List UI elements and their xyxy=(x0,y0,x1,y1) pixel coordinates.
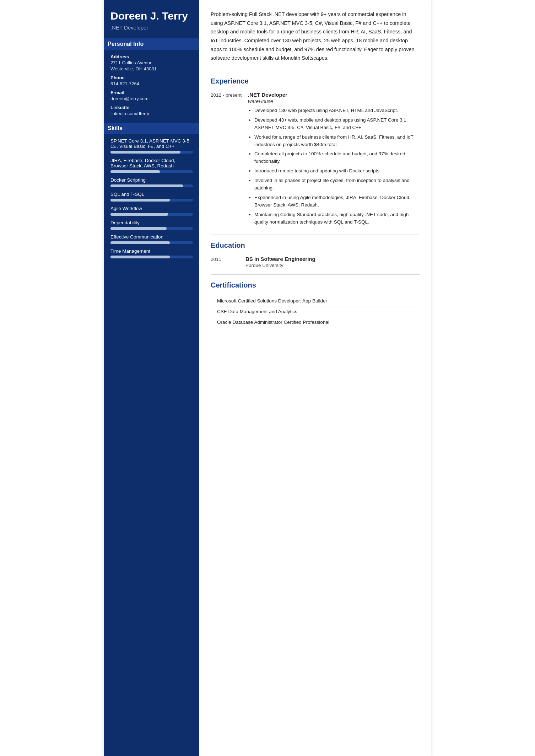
skill-bar-fill xyxy=(110,213,168,216)
exp-date: 2012 - present xyxy=(211,92,242,228)
edu-year: 2011 xyxy=(211,256,239,268)
skill-item: Agile Workflow xyxy=(110,206,193,216)
skill-item: Dependability xyxy=(110,220,193,230)
skill-bar-fill xyxy=(110,256,170,258)
certification-item: Microsoft Certified Solutions Developer:… xyxy=(211,296,420,306)
skill-name: Time Management xyxy=(110,248,193,254)
skill-bar-bg xyxy=(110,213,193,216)
linkedin-label: LinkedIn xyxy=(110,105,193,110)
divider-education xyxy=(211,235,420,235)
skill-name: Agile Workflow xyxy=(110,206,193,211)
certifications-list: Microsoft Certified Solutions Developer:… xyxy=(211,296,420,327)
certifications-header: Certifications xyxy=(211,281,420,291)
skill-item: Docker Scripting xyxy=(110,177,193,187)
education-header: Education xyxy=(211,241,420,251)
exp-job-title: .NET Developer xyxy=(248,92,420,98)
skill-bar-fill xyxy=(110,151,180,154)
exp-bullet: Introduced remote testing and updating w… xyxy=(254,167,420,175)
education-list: 2011BS in Software EngineeringPurdue Uni… xyxy=(211,256,420,268)
skill-bar-bg xyxy=(110,151,193,154)
skill-name: Dependability xyxy=(110,220,193,225)
skill-name: SP.NET Core 3.1, ASP.NET MVC 3-5, C#, Vi… xyxy=(110,138,193,149)
skill-item: SP.NET Core 3.1, ASP.NET MVC 3-5, C#, Vi… xyxy=(110,138,193,154)
skill-bar-fill xyxy=(110,184,183,187)
education-row: 2011BS in Software EngineeringPurdue Uni… xyxy=(211,256,420,268)
candidate-name: Doreen J. Terry xyxy=(110,10,193,22)
edu-school: Purdue University xyxy=(245,263,315,268)
experience-row: 2012 - present.NET DeveloperwareHouseDev… xyxy=(211,92,420,228)
personal-info-header: Personal Info xyxy=(104,38,199,50)
exp-company: wareHouse xyxy=(248,98,420,104)
phone-value: 614-821-7264 xyxy=(110,81,193,86)
exp-bullet: Completed all projects to 100% schedule … xyxy=(254,150,420,165)
skill-item: Effective Communication xyxy=(110,234,193,244)
skill-bar-bg xyxy=(110,170,193,173)
linkedin-value: linkedin.com/dterry xyxy=(110,111,193,116)
edu-degree: BS in Software Engineering xyxy=(245,256,315,262)
exp-bullet: Worked for a range of business clients f… xyxy=(254,134,420,149)
skill-item: JIRA, Firebase, Docker Cloud, Browser St… xyxy=(110,158,193,173)
address-line2: Westerville, OH 43081 xyxy=(110,66,193,71)
sidebar: Doreen J. Terry .NET Developer Personal … xyxy=(104,0,199,756)
address-line1: 2711 Collins Avenue xyxy=(110,60,193,65)
edu-detail: BS in Software EngineeringPurdue Univers… xyxy=(245,256,315,268)
summary-text: Problem-solving Full Stack .NET develope… xyxy=(211,10,420,69)
address-label: Address xyxy=(110,54,193,59)
exp-bullet: Developed 43+ web, mobile and desktop ap… xyxy=(254,117,420,132)
skills-list: SP.NET Core 3.1, ASP.NET MVC 3-5, C#, Vi… xyxy=(110,138,193,258)
skill-name: Effective Communication xyxy=(110,234,193,240)
skill-bar-bg xyxy=(110,227,193,230)
skill-bar-bg xyxy=(110,256,193,258)
resume-container: Doreen J. Terry .NET Developer Personal … xyxy=(104,0,431,756)
exp-bullet: Maintaining Coding Standard practices, h… xyxy=(254,211,420,226)
experience-header: Experience xyxy=(211,77,420,87)
skill-name: JIRA, Firebase, Docker Cloud, Browser St… xyxy=(110,158,193,168)
skill-bar-bg xyxy=(110,184,193,187)
skill-item: Time Management xyxy=(110,248,193,258)
main-content: Problem-solving Full Stack .NET develope… xyxy=(199,0,431,756)
skill-bar-bg xyxy=(110,199,193,202)
skill-name: Docker Scripting xyxy=(110,177,193,183)
certification-item: CSE Data Management and Analytics xyxy=(211,306,420,317)
exp-bullet: Involved in all phases of project life c… xyxy=(254,177,420,192)
candidate-title: .NET Developer xyxy=(110,25,193,31)
exp-detail: .NET DeveloperwareHouseDeveloped 130 web… xyxy=(248,92,420,228)
skill-bar-bg xyxy=(110,241,193,244)
divider-certifications xyxy=(211,274,420,275)
skills-section: Skills SP.NET Core 3.1, ASP.NET MVC 3-5,… xyxy=(110,123,193,258)
exp-bullet: Experienced in using Agile methodologies… xyxy=(254,194,420,209)
skill-bar-fill xyxy=(110,199,170,202)
skills-header: Skills xyxy=(104,123,199,134)
phone-label: Phone xyxy=(110,75,193,80)
exp-bullets: Developed 130 web projects using ASP.NET… xyxy=(248,107,420,226)
email-value: doreen@terry.com xyxy=(110,96,193,101)
skill-bar-fill xyxy=(110,227,167,230)
exp-bullet: Developed 130 web projects using ASP.NET… xyxy=(254,107,420,114)
experience-list: 2012 - present.NET DeveloperwareHouseDev… xyxy=(211,92,420,228)
email-label: E-mail xyxy=(110,90,193,95)
certification-item: Oracle Database Administrator Certified … xyxy=(211,317,420,327)
skill-bar-fill xyxy=(110,241,170,244)
skill-name: SQL and T-SQL xyxy=(110,192,193,197)
skill-bar-fill xyxy=(110,170,160,173)
skill-item: SQL and T-SQL xyxy=(110,192,193,202)
